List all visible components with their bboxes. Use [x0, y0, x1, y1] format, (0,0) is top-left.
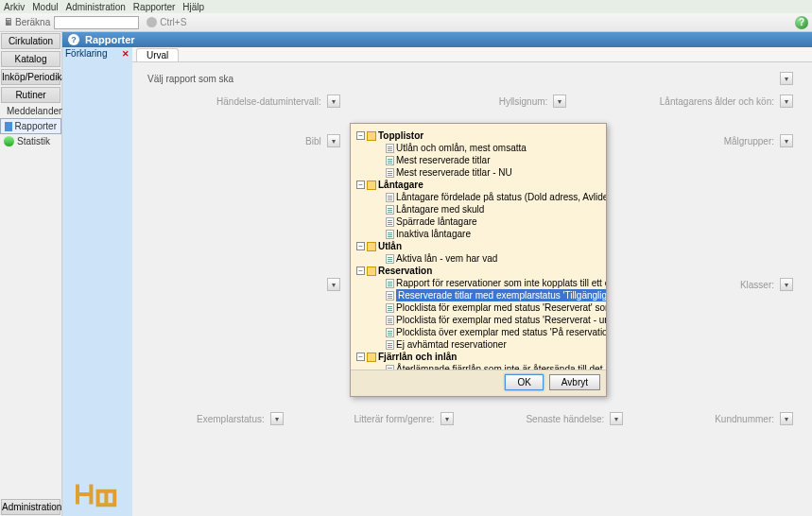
field-label: Hyllsignum: — [499, 96, 548, 107]
folder-icon — [367, 353, 376, 362]
sidebar-sec-cirkulation[interactable]: Cirkulation — [1, 33, 60, 49]
select-report-dropdown[interactable]: ▾ — [780, 72, 793, 85]
menu-help[interactable]: Hjälp — [182, 2, 204, 12]
dropdown-btn[interactable]: ▾ — [441, 412, 454, 425]
field-label: Låntagarens ålder och kön: — [660, 96, 774, 107]
tree-item[interactable]: Återlämnade fjärrlån som inte är återsän… — [396, 363, 606, 370]
report-icon — [386, 230, 394, 239]
collapse-icon[interactable]: − — [356, 242, 365, 250]
field-label: Målgrupper: — [724, 136, 774, 146]
cancel-button[interactable]: Avbryt — [549, 374, 600, 390]
report-icon — [386, 144, 394, 153]
dropdown-btn[interactable]: ▾ — [327, 95, 340, 108]
dropdown-btn[interactable]: ▾ — [780, 412, 793, 425]
collapse-icon[interactable]: − — [356, 353, 365, 361]
tree-item[interactable]: Aktiva lån - vem har vad — [396, 252, 497, 265]
report-icon — [386, 279, 394, 288]
calc-icon: 🖩 — [4, 17, 13, 27]
tree-item[interactable]: Mest reserverade titlar — [396, 154, 490, 166]
tree-item[interactable]: Spärrade låntagare — [396, 215, 477, 228]
ok-button[interactable]: OK — [505, 374, 543, 390]
report-icon — [386, 193, 394, 202]
collapse-icon[interactable]: − — [356, 181, 365, 189]
sidebar-sec-rutiner[interactable]: Rutiner — [1, 87, 60, 103]
tree-category[interactable]: Utlån — [378, 240, 402, 252]
folder-icon — [367, 181, 376, 190]
tree-item[interactable]: Rapport för reservationer som inte koppl… — [396, 277, 606, 289]
calc-input[interactable] — [54, 16, 139, 29]
field-label: Bibl — [305, 136, 321, 146]
tree-item[interactable]: Inaktiva låntagare — [396, 228, 471, 240]
tree-category[interactable]: Fjärrlån och inlån — [378, 351, 457, 363]
field-label: Händelse-datumintervall: — [216, 96, 321, 107]
menu-modul[interactable]: Modul — [32, 2, 58, 12]
dropdown-btn[interactable]: ▾ — [780, 95, 793, 108]
tree-category[interactable]: Reservation — [378, 265, 432, 277]
tab-urval[interactable]: Urval — [136, 48, 179, 61]
sidebar-item-label: Meddelanden — [7, 106, 64, 116]
tree-item[interactable]: Plocklista för exemplar med status 'Rese… — [396, 301, 606, 314]
explanation-tab: Förklaring ✕ — [62, 47, 132, 60]
sidebar-item-meddelanden[interactable]: Meddelanden — [0, 104, 61, 118]
collapse-icon[interactable]: − — [356, 131, 365, 140]
folder-icon — [367, 131, 376, 141]
menu-admin[interactable]: Administration — [65, 2, 125, 12]
tree-item[interactable]: Plocklista över exemplar med status 'På … — [396, 326, 606, 338]
field-label: Kundnummer: — [715, 414, 774, 424]
help-icon[interactable]: ? — [795, 16, 808, 29]
field-label: Senaste händelse: — [526, 414, 604, 424]
menu-bar: Arkiv Modul Administration Rapporter Hjä… — [0, 0, 812, 13]
report-icon — [386, 205, 394, 215]
sidebar-item-label: Rapporter — [15, 121, 57, 131]
menu-rapporter[interactable]: Rapporter — [133, 2, 175, 12]
dropdown-btn[interactable]: ▾ — [780, 134, 793, 147]
dropdown-btn[interactable]: ▾ — [780, 278, 793, 291]
sidebar-item-label: Statistik — [17, 136, 50, 146]
sidebar-sec-inkop[interactable]: Inköp/Periodika — [1, 69, 60, 85]
work-area: Urval Välj rapport som ska ▾ Händelse-da… — [132, 47, 812, 516]
report-icon — [386, 328, 394, 337]
tree-item[interactable]: Reserverade titlar med exemplarstatus 'T… — [396, 289, 606, 301]
tree-item[interactable]: Mest reserverade titlar - NU — [396, 166, 512, 179]
tree-category[interactable]: Topplistor — [378, 129, 423, 142]
menu-arkiv[interactable]: Arkiv — [4, 2, 25, 12]
tab-strip: Urval — [132, 47, 812, 62]
close-icon[interactable]: ✕ — [122, 49, 130, 59]
logo — [74, 480, 119, 510]
toolbar: 🖩 Beräkna Ctrl+S ? — [0, 13, 812, 32]
dropdown-btn[interactable]: ▾ — [553, 95, 566, 108]
report-icon — [386, 291, 394, 301]
tree-item[interactable]: Plocklista för exemplar med status 'Rese… — [396, 314, 606, 326]
calc-group: 🖩 Beräkna — [4, 17, 50, 27]
report-icon — [386, 365, 394, 370]
shortcut-hint: Ctrl+S — [147, 17, 186, 27]
dropdown-btn[interactable]: ▾ — [327, 278, 340, 291]
tree-item[interactable]: Låntagare fördelade på status (Dold adre… — [396, 191, 606, 203]
report-picker-dialog: −TopplistorUtlån och omlån, mest omsatta… — [350, 123, 607, 397]
dropdown-btn[interactable]: ▾ — [610, 412, 623, 425]
folder-icon — [367, 267, 376, 276]
sidebar: Cirkulation Katalog Inköp/Periodika Ruti… — [0, 32, 62, 516]
explanation-tab-label: Förklaring — [65, 48, 107, 59]
tree-item[interactable]: Utlån och omlån, mest omsatta — [396, 142, 527, 154]
tree-item[interactable]: Ej avhämtad reservationer — [396, 338, 507, 351]
folder-icon — [367, 242, 376, 251]
collapse-icon[interactable]: − — [356, 267, 365, 275]
sidebar-sec-katalog[interactable]: Katalog — [1, 51, 60, 67]
sidebar-item-rapporter[interactable]: Rapporter — [0, 118, 61, 134]
report-icon — [386, 254, 394, 264]
module-title-bar: ? Rapporter — [62, 32, 812, 47]
tree-item[interactable]: Låntagare med skuld — [396, 203, 484, 215]
sidebar-sec-admin[interactable]: Administration — [1, 499, 60, 515]
report-icon — [386, 316, 394, 325]
calc-label: Beräkna — [15, 17, 50, 27]
dot-icon — [147, 17, 157, 27]
dropdown-btn[interactable]: ▾ — [270, 412, 284, 425]
dropdown-btn[interactable]: ▾ — [327, 134, 340, 147]
sidebar-item-statistik[interactable]: Statistik — [0, 134, 61, 148]
tree-category[interactable]: Låntagare — [378, 179, 423, 191]
report-icon — [386, 303, 394, 313]
report-tree: −TopplistorUtlån och omlån, mest omsatta… — [351, 124, 606, 370]
report-icon — [5, 122, 12, 131]
shortcut-label: Ctrl+S — [160, 17, 186, 27]
